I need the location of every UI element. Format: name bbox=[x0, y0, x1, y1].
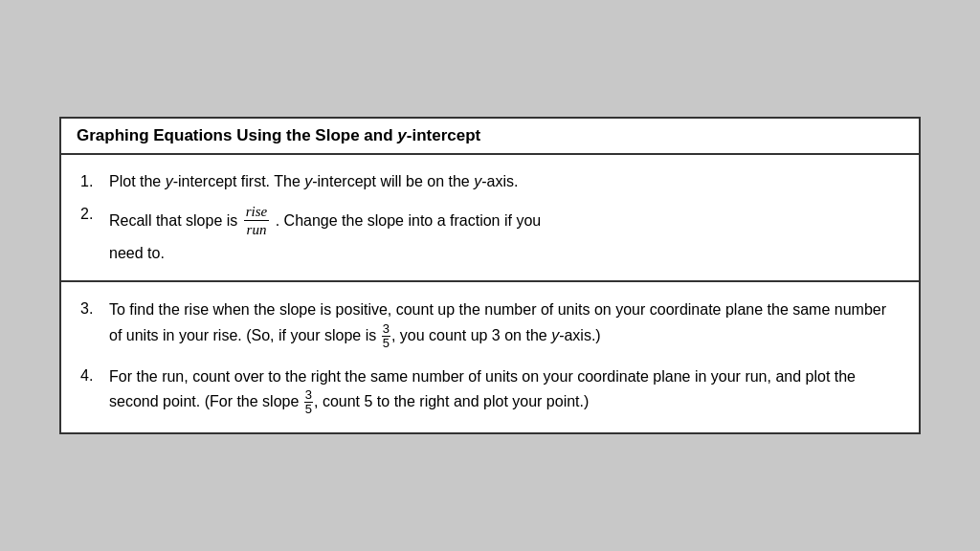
list-content-3: To find the rise when the slope is posit… bbox=[109, 298, 900, 350]
list-content-1: Plot the y-intercept first. The y-interc… bbox=[109, 170, 900, 193]
item3-frac-denom: 5 bbox=[382, 337, 390, 350]
list-item-4: 4. For the run, count over to the right … bbox=[80, 364, 900, 417]
list-content-4: For the run, count over to the right the… bbox=[109, 364, 900, 417]
list-item-1: 1. Plot the y-intercept first. The y-int… bbox=[80, 170, 900, 193]
item4-frac-denom: 5 bbox=[304, 403, 313, 416]
list-number-4: 4. bbox=[80, 364, 109, 387]
list-number-1: 1. bbox=[80, 170, 109, 193]
list-number-3: 3. bbox=[80, 298, 109, 320]
header-title: Graphing Equations Using the Slope and y… bbox=[77, 126, 480, 144]
item2-line2: need to. bbox=[109, 242, 900, 265]
fraction-denominator: run bbox=[245, 221, 269, 238]
main-container: Graphing Equations Using the Slope and y… bbox=[59, 117, 921, 433]
recall-text: Recall that slope is bbox=[109, 209, 242, 232]
slope-fraction: rise run bbox=[244, 203, 270, 238]
list-item-2: 2. Recall that slope is rise run . Chang… bbox=[80, 203, 900, 265]
change-text: . Change the slope into a fraction if yo… bbox=[271, 209, 541, 232]
item3-text: To find the rise when the slope is posit… bbox=[109, 301, 886, 343]
item4-text: For the run, count over to the right the… bbox=[109, 368, 856, 410]
item2-line1: Recall that slope is rise run . Change t… bbox=[109, 203, 900, 238]
fraction-numerator: rise bbox=[244, 203, 270, 221]
item4-frac-numer: 3 bbox=[304, 388, 313, 403]
section-top: 1. Plot the y-intercept first. The y-int… bbox=[61, 155, 919, 282]
item3-fraction: 35 bbox=[382, 322, 390, 351]
list-item-3: 3. To find the rise when the slope is po… bbox=[80, 298, 900, 350]
item4-fraction: 35 bbox=[304, 388, 313, 417]
header-row: Graphing Equations Using the Slope and y… bbox=[61, 119, 919, 155]
item3-frac-numer: 3 bbox=[382, 322, 390, 337]
section-bottom: 3. To find the rise when the slope is po… bbox=[61, 282, 919, 431]
list-number-2: 2. bbox=[80, 203, 109, 226]
list-content-2: Recall that slope is rise run . Change t… bbox=[109, 203, 900, 265]
